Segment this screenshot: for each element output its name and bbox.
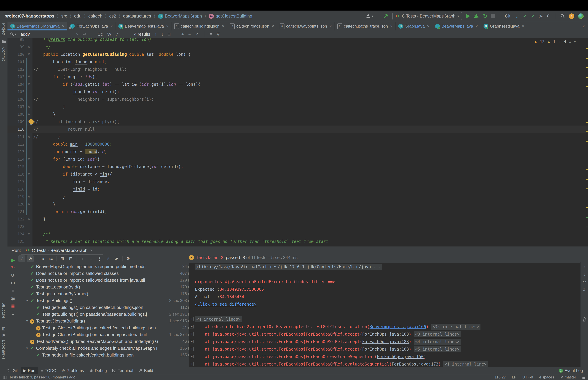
fold-marker[interactable]: ∧ [28,112,30,116]
toolwindow-switcher-icon[interactable] [3,376,6,379]
grid-icon[interactable]: ⊞ [0,326,7,332]
fold-expand-icon[interactable]: + [190,362,194,366]
run-tab[interactable]: C Tests - BeaverMapsGraph × [25,248,93,253]
console-link[interactable]: <Click to see difference> [195,302,256,307]
close-icon[interactable]: × [222,24,224,29]
close-icon[interactable]: × [272,24,274,29]
previous-occurrence-icon[interactable]: ↑ [155,32,157,37]
toolwindow-build[interactable]: Build [136,367,156,374]
select-occurrences-icon[interactable]: ✓ [195,32,199,37]
run-button[interactable] [466,14,470,19]
code-line[interactable]: 115 double distance = found.getDistance(… [7,163,588,171]
code-line[interactable]: 112 double min = 1000000000; [7,140,588,148]
next-failed-icon[interactable]: ↓ [88,255,95,262]
breadcrumb-item[interactable]: cs2 [109,13,116,19]
toolwindow-git[interactable]: Git [4,367,20,374]
test-tree-row[interactable]: ∨×Test getClosestBuilding()1 sec 915 ms [24,318,195,324]
show-passed-toggle[interactable]: ✓ [18,255,25,262]
tree-chevron-icon[interactable]: ∨ [24,299,30,303]
code-line[interactable]: 104∨ if ((ids.get(i).lat) == lat && (ids… [7,81,588,88]
test-settings-icon[interactable]: ⚙ [11,280,15,286]
scroll-to-end-icon[interactable]: ↧ [582,287,586,292]
tree-chevron-icon[interactable]: ∨ [24,346,30,350]
git-update-button[interactable]: ↙ [515,14,519,19]
fold-marker[interactable]: ∨ [28,157,30,161]
fold-marker[interactable]: ∧ [28,202,30,206]
dump-stack-icon[interactable]: ≣ [11,303,15,309]
rerun-icon[interactable]: ▶ [11,257,15,263]
code-line[interactable]: 118 minId = id; [7,185,588,193]
fold-marker[interactable]: ∨ [28,172,30,176]
close-icon[interactable]: × [166,24,169,29]
code-line[interactable]: 116∨ if (distance < min){ [7,171,588,178]
sort-by-duration-icon[interactable]: ↓≡ [47,255,54,262]
fold-marker[interactable]: ∨ [28,231,30,236]
code-line[interactable]: 113 long minId = found.id; [7,148,588,155]
prev-problem-icon[interactable]: ∧ [569,40,571,44]
user-icon[interactable]: ▾ [365,13,373,19]
newline-icon[interactable]: ↵ [83,32,87,37]
attach-icon[interactable]: ↧ [11,311,15,316]
editor-tab[interactable]: {}caltech.waypoints.json× [277,22,335,30]
editor-tab[interactable]: {}caltech.paths_trace.json× [335,22,396,30]
code-line[interactable]: 110// return null; [7,126,588,133]
sidebar-item-structure[interactable]: Structure [1,303,6,318]
code-line[interactable]: 125 * Returns a set of locations which a… [7,238,588,245]
remove-selection-icon[interactable]: − [188,32,191,37]
fold-expand-icon[interactable]: + [190,332,194,336]
code-editor[interactable]: 98 * @return the building closest to (la… [7,38,588,246]
fold-expand-icon[interactable]: + [190,340,194,343]
test-tree-row[interactable]: ✔Test getBuildings() on pasadena/pasaden… [24,311,195,318]
collapse-all-icon[interactable]: ⊟ [67,255,74,262]
expand-all-icon[interactable]: ⊞ [59,255,66,262]
code-line[interactable]: 117 min = distance; [7,178,588,185]
editor-tab[interactable]: {}caltech.roads.json× [227,22,277,30]
fold-expand-icon[interactable]: + [190,317,194,321]
test-tree-row[interactable]: ✔Does not use or import disallowed class… [24,277,195,284]
git-branch[interactable]: master [560,375,576,380]
editor-tab[interactable]: CBeaverMapsGraph.java× [7,22,67,30]
editor-tab[interactable]: CForEachOps.java× [67,22,115,30]
code-line[interactable]: 121 return ids.get(minId); [7,208,588,215]
console-link[interactable]: BeavermapTests.java:166 [370,324,426,329]
code-line[interactable]: 99∧ */ [7,43,588,51]
intention-bulb-icon[interactable] [29,119,34,124]
code-line[interactable]: 122∧ } [7,215,588,223]
close-icon[interactable]: × [329,24,332,29]
toolwindow-todo[interactable]: ≡TODO [38,367,59,374]
scroll-up-icon[interactable]: ↑ [583,264,586,269]
code-line[interactable]: 100∨ public Location getClosestBuilding(… [7,51,588,58]
code-line[interactable]: 102// ISet<Long> neighbors = null; [7,66,588,73]
git-push-button[interactable]: ↗ [531,14,535,19]
test-tree-row[interactable]: ✔BeaverMapsGraph implements required pub… [24,263,195,270]
run-configuration-select[interactable]: C Tests - BeaverMapsGraph ▾ [392,12,462,20]
fold-marker[interactable]: ∧ [28,134,30,139]
line-separator[interactable]: LF [512,375,516,380]
fold-marker[interactable]: ∧ [28,194,30,198]
next-problem-icon[interactable]: ∨ [574,40,576,44]
git-commit-button[interactable]: ✔ [523,14,527,19]
editor-tab[interactable]: CBeavermapTests.java× [116,22,171,30]
scroll-down-icon[interactable]: ↓ [583,272,586,277]
status-message[interactable]: Tests failed: 3, passed: 8 (moments ago) [9,375,76,380]
sort-alphabetically-icon[interactable]: ↓a [39,255,45,262]
test-tree-row[interactable]: ∨✔Test getBuildings()2 sec 303 ms [24,297,195,304]
clear-search-icon[interactable]: × [76,32,79,37]
test-tree-row[interactable]: ✔Test getLocationById()179 ms [24,284,195,290]
next-occurrence-icon[interactable]: ↓ [161,32,163,37]
pin-icon[interactable]: ⚑ [0,333,7,338]
console-link[interactable]: ForEachOps.java:183 [362,339,409,344]
test-tree-row[interactable]: ✔Test getLocationByName()176 ms [24,290,195,297]
words-toggle[interactable]: W [107,32,111,37]
console-link[interactable]: ForEachOps.java:173 [392,362,438,367]
search-input[interactable]: addv [20,32,72,37]
breadcrumb-item[interactable]: mgetClosestBuilding [209,13,252,19]
stop-icon[interactable]: ■ [12,288,15,293]
history-icon[interactable]: ◷ [538,14,543,19]
test-tree-row[interactable]: ✔Test getBuildings() on caltech/caltech.… [24,304,195,311]
event-log-button[interactable]: 1 Event Log [559,367,588,374]
close-icon[interactable]: × [522,24,524,29]
folder-icon[interactable] [0,39,7,43]
toolwindow-run[interactable]: ▶ Run [20,367,38,374]
fold-marker[interactable]: ∧ [28,104,30,109]
